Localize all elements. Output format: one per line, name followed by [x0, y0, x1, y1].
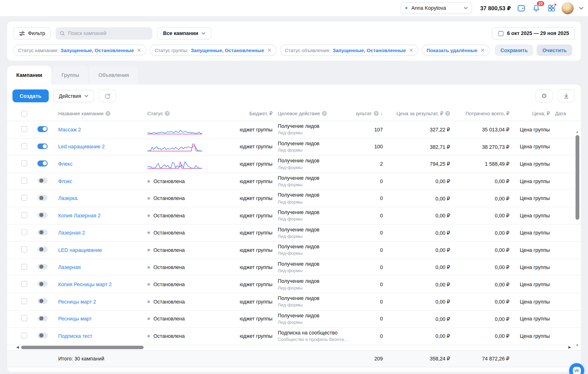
question-icon[interactable]: ? [322, 111, 327, 116]
campaign-name-link[interactable]: Подписка тест [58, 333, 92, 339]
status-toggle[interactable] [37, 315, 48, 321]
status-toggle[interactable] [37, 195, 48, 201]
campaign-name-link[interactable]: Led наращивание 2 [58, 144, 105, 150]
scroll-right-icon[interactable]: ▶ [568, 345, 571, 349]
row-checkbox[interactable] [21, 264, 27, 270]
cost-per-result-value: 327,22 ₽ [388, 127, 455, 133]
goal-action: Получение лидов [278, 295, 356, 302]
row-checkbox[interactable] [21, 212, 27, 218]
campaign-name-link[interactable]: Лазерная [58, 264, 81, 270]
status-label: Остановлена [154, 247, 185, 253]
result-value: 2 [356, 161, 388, 167]
notifications-button[interactable]: 20 [531, 3, 541, 13]
question-icon[interactable]: ? [445, 111, 450, 116]
vertical-scrollbar: ▲ ▼ [575, 130, 580, 366]
filter-chip-ad-status[interactable]: Статус объявления: Запущенные, Остановле… [280, 44, 418, 56]
scroll-down-icon[interactable]: ▼ [576, 344, 579, 347]
close-icon[interactable]: ✕ [481, 47, 485, 53]
vertical-scroll-thumb[interactable] [576, 135, 579, 220]
table-settings-button[interactable]: ⚙ [536, 90, 553, 102]
status-toggle[interactable] [37, 298, 48, 304]
search-input[interactable] [68, 30, 148, 36]
campaign-name-link[interactable]: Флекс [58, 161, 73, 167]
campaign-name-link[interactable]: Ресницы март 2 [58, 299, 96, 304]
tab-ads[interactable]: Объявления [89, 66, 138, 84]
goal-subtype: Лид-формы [278, 130, 356, 136]
campaign-name-link[interactable]: Копия Лазерная 2 [58, 213, 101, 219]
save-filters-button[interactable]: Сохранить [495, 44, 533, 56]
status-toggle[interactable] [37, 247, 48, 253]
spent-value: 0,00 ₽ [455, 212, 515, 219]
filter-chip-show-deleted[interactable]: Показать удалённые ✕ [422, 44, 490, 56]
price-value: Цена группы [514, 127, 555, 132]
status-toggle[interactable] [37, 161, 48, 166]
status-toggle[interactable] [37, 333, 48, 339]
budget-value: Бюджет группы [240, 161, 273, 167]
clear-filters-button[interactable]: Очистить [537, 44, 572, 56]
status-toggle[interactable] [37, 281, 48, 287]
filter-button[interactable]: Фильтр [13, 27, 51, 40]
scroll-left-icon[interactable]: ◀ [16, 345, 19, 349]
row-checkbox[interactable] [21, 229, 27, 235]
campaign-name-link[interactable]: Лазерка [58, 196, 77, 202]
filter-chip-group-status[interactable]: Статус группы: Запущенные, Остановленные… [150, 44, 276, 56]
tab-campaigns[interactable]: Кампании [7, 66, 51, 84]
actions-dropdown[interactable]: Действия [53, 90, 94, 102]
goal-subtype: Сообщество и профиль Вконта… [278, 336, 356, 343]
apps-grid-button[interactable] [546, 3, 556, 13]
campaign-name-link[interactable]: Флэкс [58, 178, 72, 184]
status-stopped: Остановлена [147, 213, 240, 219]
select-all-checkbox[interactable] [21, 111, 27, 116]
close-icon[interactable]: ✕ [409, 47, 414, 53]
row-checkbox[interactable] [21, 246, 27, 252]
status-toggle[interactable] [37, 126, 48, 132]
profile-chevron-icon[interactable] [579, 7, 583, 10]
table-row: Ресницы март 2 Остановлена Бюджет группы… [7, 293, 581, 310]
row-checkbox[interactable] [21, 195, 27, 201]
table-row: Подписка тест Остановлена Бюджет группы … [7, 328, 581, 345]
question-icon[interactable]: ? [374, 111, 379, 116]
row-checkbox[interactable] [21, 178, 27, 183]
wallet-button[interactable] [516, 3, 526, 13]
tab-groups[interactable]: Группы [52, 66, 88, 84]
question-icon[interactable]: ? [165, 111, 170, 116]
row-checkbox[interactable] [21, 126, 27, 132]
row-checkbox[interactable] [21, 281, 27, 287]
row-checkbox[interactable] [21, 333, 27, 339]
date-range-button[interactable]: 6 окт 2025 — 29 ноя 2025 [492, 27, 575, 40]
row-checkbox[interactable] [21, 161, 27, 166]
export-button[interactable] [557, 90, 575, 102]
close-icon[interactable]: ✕ [137, 47, 141, 53]
question-icon[interactable]: ? [105, 111, 110, 116]
status-dot-icon [147, 214, 150, 217]
campaign-name-link[interactable]: Лазерная 2 [58, 230, 85, 236]
avatar[interactable] [562, 2, 574, 14]
goal-cell: Получение лидов Лид-формы [278, 140, 356, 153]
status-toggle[interactable] [37, 264, 48, 270]
table-row: LED наращивание Остановлена Бюджет групп… [7, 242, 581, 259]
campaign-name-link[interactable]: Копия Ресницы март 2 [58, 282, 112, 287]
sort-desc-icon[interactable]: ↓ [381, 111, 383, 116]
result-value: 0 [356, 196, 388, 202]
result-value: 0 [356, 230, 388, 236]
status-stopped: Остановлена [147, 264, 240, 270]
row-checkbox[interactable] [21, 315, 27, 321]
close-icon[interactable]: ✕ [267, 47, 272, 53]
status-toggle[interactable] [37, 178, 48, 183]
account-switcher[interactable]: ✦ Anna Kopytova [400, 2, 472, 14]
refresh-button[interactable] [98, 90, 116, 102]
row-checkbox[interactable] [21, 143, 27, 149]
status-toggle[interactable] [37, 143, 48, 149]
price-value: Цена группы [514, 264, 555, 270]
row-checkbox[interactable] [21, 298, 27, 304]
campaign-name-link[interactable]: LED наращивание [58, 247, 102, 253]
status-toggle[interactable] [37, 212, 48, 218]
create-button[interactable]: Создать [12, 90, 49, 102]
campaign-name-link[interactable]: Массаж 2 [58, 127, 81, 132]
scroll-up-icon[interactable]: ▲ [576, 130, 579, 133]
horizontal-scroll-thumb[interactable] [21, 346, 144, 349]
status-toggle[interactable] [37, 229, 48, 235]
campaign-name-link[interactable]: Ресницы март [58, 316, 92, 322]
filter-chip-campaign-status[interactable]: Статус кампании: Запущенные, Остановленн… [13, 44, 146, 56]
scope-dropdown[interactable]: Все кампании [157, 27, 211, 40]
